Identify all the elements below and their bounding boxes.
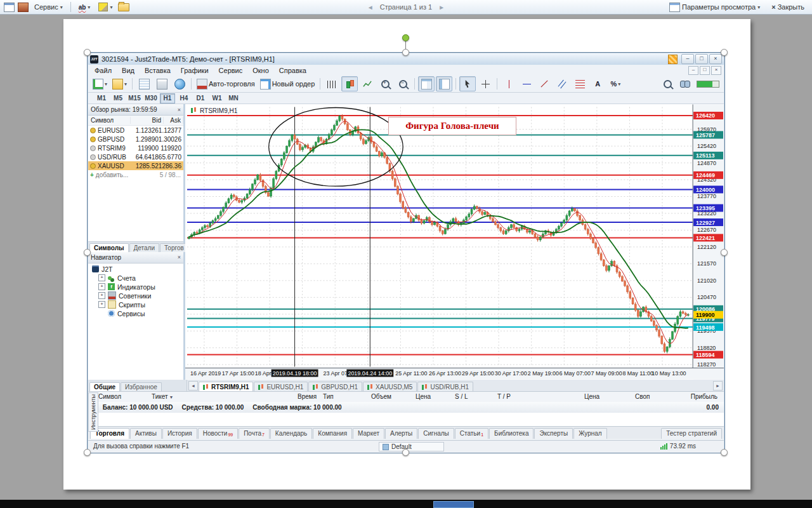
line-chart-button[interactable] (359, 76, 376, 91)
add-symbol-row[interactable]: + добавить... 5 / 98... (88, 170, 183, 179)
timeframe-MN[interactable]: MN (226, 93, 241, 104)
close-button[interactable]: × (709, 54, 722, 64)
stamp-icon[interactable] (18, 3, 29, 12)
tile-windows-button[interactable] (418, 76, 435, 91)
trade-column-Цена[interactable]: Цена (584, 393, 599, 400)
tab-Детали[interactable]: Детали (129, 243, 159, 252)
next-page-button[interactable]: ► (438, 4, 445, 11)
navigator-header[interactable]: Навигатор × (88, 252, 183, 264)
expand-icon[interactable]: + (98, 283, 105, 290)
menu-Справка[interactable]: Справка (274, 66, 311, 75)
view-options-button[interactable]: Параметры просмотра ▾ (667, 2, 763, 13)
fibonacci-button[interactable] (572, 76, 588, 91)
text-tool-button[interactable]: A (589, 76, 606, 91)
trade-column-Объем[interactable]: Объем (371, 393, 391, 400)
zoom-in-button[interactable]: + (377, 76, 393, 91)
chart-tab-EURUSD,H1[interactable]: EURUSD,H1 (254, 382, 308, 391)
trade-column-Тикет[interactable]: Тикет▼ (152, 393, 174, 400)
timeframe-M15[interactable]: M15 (127, 93, 142, 104)
strategy-tester-tab[interactable]: Тестер стратегий (661, 428, 722, 439)
column-ask[interactable]: Ask (164, 117, 183, 124)
tab-Избранное[interactable]: Избранное (121, 382, 162, 391)
expand-icon[interactable]: + (98, 292, 105, 299)
resize-handle-top-center[interactable] (402, 49, 409, 56)
autotrade-button[interactable]: Авто-торговля (195, 76, 257, 91)
vertical-line-button[interactable] (501, 76, 517, 91)
chart-tabs-scroll-left[interactable]: ◄ (188, 381, 198, 391)
timeframe-M30[interactable]: M30 (143, 93, 159, 104)
expand-icon[interactable]: + (98, 274, 105, 281)
menu-Графики[interactable]: Графики (176, 66, 214, 75)
mdi-restore-button[interactable]: □ (700, 66, 710, 75)
tree-item-services[interactable]: Сервисы (88, 309, 183, 318)
chart-tab-RTSRIM9,H1[interactable]: RTSRIM9,H1 (199, 382, 253, 391)
timeframe-W1[interactable]: W1 (209, 93, 225, 104)
search-button[interactable] (659, 76, 676, 91)
horizontal-line-button[interactable] (518, 76, 535, 91)
tree-item-accounts[interactable]: +Счета (88, 274, 183, 283)
tab-Общие[interactable]: Общие (89, 382, 120, 391)
timeframe-D1[interactable]: D1 (193, 93, 208, 104)
close-icon[interactable]: × (178, 107, 181, 113)
trade-column-Символ[interactable]: Символ (98, 393, 121, 400)
market-watch-row[interactable]: RTSRIM9119900119920 (88, 144, 183, 152)
toolbox-tab-Сигналы[interactable]: Сигналы (418, 428, 454, 439)
resize-handle-bottom-center[interactable] (402, 449, 409, 456)
trade-column-Цена[interactable]: Цена (416, 393, 431, 400)
tab-Торгов[interactable]: Торгов (160, 243, 188, 252)
expand-icon[interactable]: + (98, 301, 105, 308)
prev-page-button[interactable]: ◄ (367, 4, 374, 11)
spellcheck-button[interactable]: ab ▾ (76, 3, 93, 11)
trade-column-Своп[interactable]: Своп (635, 393, 650, 400)
tree-root[interactable]: J2T (88, 265, 183, 274)
chart-tab-GBPUSD,H1[interactable]: GBPUSD,H1 (308, 382, 362, 391)
trade-column-Прибыль[interactable]: Прибыль (691, 393, 717, 400)
new-order-button[interactable]: Новый ордер (258, 76, 317, 91)
print-button[interactable] (154, 76, 170, 91)
tab-Символы[interactable]: Символы (89, 243, 129, 252)
shapes-button[interactable]: %▾ (607, 76, 624, 91)
candles-chart-button[interactable] (341, 76, 358, 91)
bars-chart-button[interactable] (324, 76, 340, 91)
menu-Вид[interactable]: Вид (117, 66, 140, 75)
market-watch-row[interactable]: XAUUSD1285.521286.36 (88, 161, 183, 170)
close-preview-button[interactable]: × Закрыть (769, 3, 807, 11)
timeframe-H4[interactable]: H4 (176, 93, 192, 104)
panels-toggle-button[interactable] (436, 76, 452, 91)
toolbox-tab-Активы[interactable]: Активы (130, 428, 162, 439)
toolbox-tab-Компания[interactable]: Компания (313, 428, 352, 439)
crosshair-button[interactable] (477, 76, 494, 91)
toolbox-tab-Алерты[interactable]: Алерты (385, 428, 417, 439)
resize-handle-middle-left[interactable] (84, 249, 91, 256)
timeframe-H1[interactable]: H1 (160, 93, 175, 104)
menu-Вставка[interactable]: Вставка (140, 66, 176, 75)
resize-handle-bottom-right[interactable] (721, 449, 728, 456)
restore-button[interactable]: □ (695, 54, 708, 64)
new-chart-button[interactable]: ▾ (91, 76, 109, 91)
cursor-button[interactable] (459, 76, 476, 91)
chart-tab-XAUUSD,M5[interactable]: XAUUSD,M5 (363, 382, 417, 391)
column-bid[interactable]: Bid (131, 117, 164, 124)
market-watch-row[interactable]: GBPUSD1.298901.30026 (88, 135, 183, 144)
toolbox-tab-Новости[interactable]: Новости99 (198, 428, 239, 439)
trade-column-T / P[interactable]: T / P (497, 393, 511, 400)
toolbox-vertical-tab[interactable]: Инструменты (88, 392, 98, 432)
minimize-button[interactable]: – (681, 54, 694, 64)
toolbox-tab-Статьи[interactable]: Статьи1 (455, 428, 488, 439)
mdi-close-button[interactable]: × (711, 66, 721, 75)
service-menu-button[interactable]: Сервис ▾ (32, 3, 65, 11)
toolbox-tab-Эксперты[interactable]: Эксперты (534, 428, 573, 439)
tree-item-experts[interactable]: +Советники (88, 291, 183, 300)
taskbar-button[interactable] (433, 501, 474, 508)
resize-handle-middle-right[interactable] (721, 249, 728, 256)
menu-Файл[interactable]: Файл (89, 66, 117, 75)
folder-icon[interactable] (118, 3, 129, 11)
app-window-icon[interactable] (4, 3, 15, 12)
market-watch-row[interactable]: USD/RUB64.641865.6770 (88, 152, 183, 161)
chart-tab-USD/RUB,H1[interactable]: USD/RUB,H1 (417, 382, 473, 391)
toolbox-tab-История[interactable]: История (162, 428, 197, 439)
head-shoulders-annotation[interactable]: Фигура Голова-плечи (388, 117, 516, 135)
timeframe-M5[interactable]: M5 (110, 93, 126, 104)
column-symbol[interactable]: Символ (88, 117, 131, 124)
zoom-out-button[interactable]: − (395, 76, 411, 91)
